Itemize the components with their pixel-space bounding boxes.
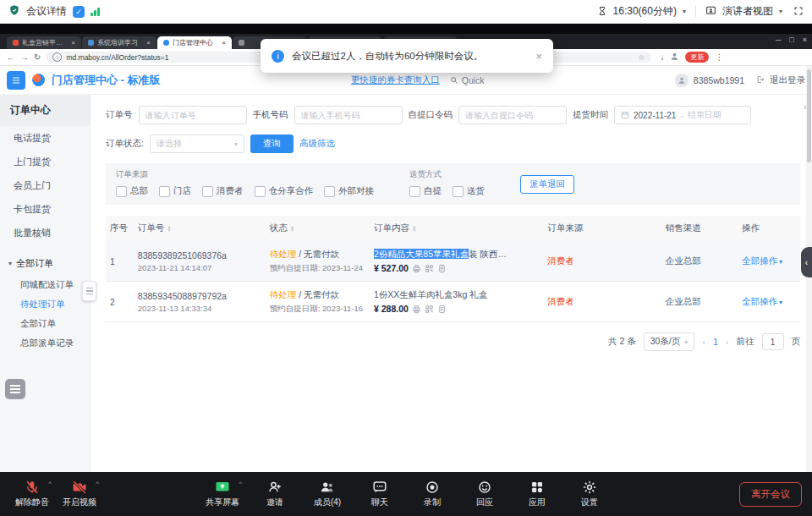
- sidebar-item-member-visit[interactable]: 会员上门: [0, 173, 90, 197]
- checkbox-delivery[interactable]: 送货: [453, 185, 485, 197]
- back-icon[interactable]: ←: [7, 52, 15, 62]
- current-page[interactable]: 1: [713, 337, 718, 347]
- view-mode-selector[interactable]: 演讲者视图: [722, 4, 773, 19]
- toolbar-settings-button[interactable]: 设置: [568, 480, 612, 508]
- sidebar-item-card-pickup[interactable]: 卡包提货: [0, 197, 90, 221]
- sidebar-item-pending-orders[interactable]: 待处理订单: [0, 294, 90, 314]
- checkbox-source-hq[interactable]: 总部: [116, 185, 148, 197]
- sidebar-item-hq-dispatch-log[interactable]: 总部派单记录: [0, 333, 90, 353]
- site-info-icon[interactable]: i: [52, 52, 62, 62]
- bookmark-star-icon[interactable]: ☆: [638, 53, 645, 62]
- document-icon[interactable]: [437, 305, 447, 314]
- next-page-button[interactable]: ›: [726, 337, 729, 347]
- floating-list-button[interactable]: [5, 379, 25, 399]
- th-order-no[interactable]: 订单号▲▼: [134, 222, 266, 234]
- sort-icon[interactable]: ▲▼: [412, 225, 416, 232]
- checkbox-source-store[interactable]: 门店: [159, 185, 191, 197]
- checkbox-source-external[interactable]: 外部对接: [324, 185, 374, 197]
- browser-tab-active[interactable]: 门店管理中心 ×: [157, 36, 232, 49]
- toolbar-share-screen-button[interactable]: ^ 共享屏幕: [200, 480, 244, 508]
- dispatch-return-button[interactable]: 派单退回: [520, 175, 574, 194]
- mute-expand-caret[interactable]: ^: [48, 480, 52, 487]
- video-expand-caret[interactable]: ^: [96, 480, 99, 487]
- order-no-input[interactable]: [139, 106, 247, 124]
- pickup-code-input[interactable]: [458, 106, 567, 124]
- quick-search[interactable]: Quick: [450, 75, 485, 85]
- row-action-dropdown[interactable]: 全部操作: [742, 255, 777, 266]
- th-index: 序号: [106, 222, 134, 234]
- search-button[interactable]: 查询: [250, 134, 294, 153]
- qr-code-icon[interactable]: [425, 305, 434, 314]
- table-row[interactable]: 1 83859389251069376a 2023-11-21 14:14:07…: [106, 241, 800, 282]
- qr-code-icon[interactable]: [425, 264, 434, 273]
- table-row[interactable]: 2 83859345088979792a 2023-11-13 14:33:34…: [106, 282, 800, 322]
- hamburger-menu-icon[interactable]: [7, 71, 25, 90]
- window-close-icon[interactable]: ×: [803, 36, 807, 44]
- toolbar-chat-button[interactable]: 聊天: [358, 480, 402, 508]
- leave-meeting-button[interactable]: 离开会议: [739, 482, 802, 507]
- side-panel-toggle[interactable]: ‹: [801, 247, 812, 277]
- window-minimize-icon[interactable]: ─: [776, 36, 781, 44]
- sidebar-item-label: 全部订单: [20, 318, 56, 328]
- sidebar-item-batch-verify[interactable]: 批量核销: [0, 221, 90, 244]
- sidebar-item-phone-pickup[interactable]: 电话提货: [0, 126, 90, 150]
- scrollbar-thumb[interactable]: [807, 69, 811, 162]
- toolbar-unmute-button[interactable]: ^ 解除静音: [10, 480, 54, 508]
- phone-input[interactable]: [294, 106, 403, 124]
- share-expand-caret[interactable]: ^: [239, 480, 242, 487]
- sidebar-group-all-orders[interactable]: ▾ 全部订单: [0, 251, 90, 275]
- forward-icon[interactable]: →: [20, 52, 29, 62]
- th-status[interactable]: 状态▲▼: [266, 222, 370, 234]
- order-source-label: 订单来源: [116, 169, 374, 180]
- browser-tab[interactable]: 系统培训学习 ×: [82, 36, 156, 49]
- meeting-detail-label[interactable]: 会议详情: [26, 4, 67, 19]
- fullscreen-icon[interactable]: [793, 4, 804, 19]
- sidebar-item-door-pickup[interactable]: 上门提货: [0, 150, 90, 173]
- tab-close-icon[interactable]: ×: [71, 39, 75, 47]
- browser-update-badge[interactable]: 更新: [685, 52, 709, 63]
- window-maximize-icon[interactable]: □: [789, 36, 793, 44]
- print-icon[interactable]: [412, 305, 421, 314]
- checkbox-self-pickup[interactable]: 自提: [409, 185, 442, 197]
- user-avatar[interactable]: [675, 74, 689, 87]
- browser-tab[interactable]: 礼盒营销平台管理中心 ×: [7, 36, 81, 49]
- toolbar-apps-button[interactable]: 应用: [515, 480, 559, 508]
- page-size-select[interactable]: 30条/页 ▾: [644, 332, 695, 351]
- download-icon[interactable]: ↓: [660, 52, 664, 62]
- checkbox-source-consumer[interactable]: 消费者: [202, 185, 244, 197]
- toolbar-record-button[interactable]: 录制: [410, 480, 454, 508]
- toolbar-start-video-button[interactable]: ^ 开启视频: [58, 480, 102, 508]
- browser-avatar-icon[interactable]: [670, 52, 679, 63]
- sidebar-collapse-handle[interactable]: [82, 281, 96, 301]
- tab-close-icon[interactable]: ×: [222, 39, 226, 47]
- th-content[interactable]: 订单内容▲▼: [370, 222, 543, 234]
- goto-page-input[interactable]: [762, 333, 784, 350]
- toast-close-icon[interactable]: ×: [535, 50, 542, 63]
- document-icon[interactable]: [437, 264, 447, 273]
- timer-dropdown-caret[interactable]: ▾: [683, 8, 686, 15]
- order-status-select[interactable]: 请选择 ▾: [150, 134, 244, 153]
- advanced-filter-link[interactable]: 高级筛选: [299, 138, 335, 150]
- security-check-badge[interactable]: ✓: [73, 6, 85, 18]
- coupon-query-link[interactable]: 更快捷的券卡查询入口: [351, 74, 440, 86]
- date-range-picker[interactable]: 2022-11-21 - 结束日期: [614, 106, 751, 124]
- toolbar-react-button[interactable]: 回应: [463, 480, 507, 508]
- toolbar-invite-button[interactable]: 邀请: [253, 480, 297, 508]
- sort-icon[interactable]: ▲▼: [167, 225, 171, 232]
- checkbox-source-coop[interactable]: 仓分享合作: [255, 185, 314, 197]
- timer-icon: [597, 4, 607, 19]
- sidebar-item-city-delivery[interactable]: 同城配送订单: [0, 275, 90, 294]
- prev-page-button[interactable]: ‹: [702, 337, 705, 347]
- kebab-menu-icon[interactable]: ⋮: [715, 52, 723, 62]
- toolbar-members-button[interactable]: 成员(4): [305, 480, 349, 508]
- view-dropdown-caret[interactable]: ▾: [779, 8, 782, 15]
- tab-close-icon[interactable]: ×: [146, 39, 151, 47]
- logout-button[interactable]: 退出登录: [770, 74, 805, 86]
- sidebar-item-all-orders[interactable]: 全部订单: [0, 314, 90, 333]
- meeting-timer[interactable]: 16:30(60分钟): [613, 4, 677, 19]
- sort-icon[interactable]: ▲▼: [290, 225, 294, 232]
- row-action-dropdown[interactable]: 全部操作: [742, 296, 777, 306]
- tab-favicon: [163, 40, 169, 46]
- print-icon[interactable]: [412, 264, 421, 273]
- refresh-icon[interactable]: ↻: [34, 52, 41, 62]
